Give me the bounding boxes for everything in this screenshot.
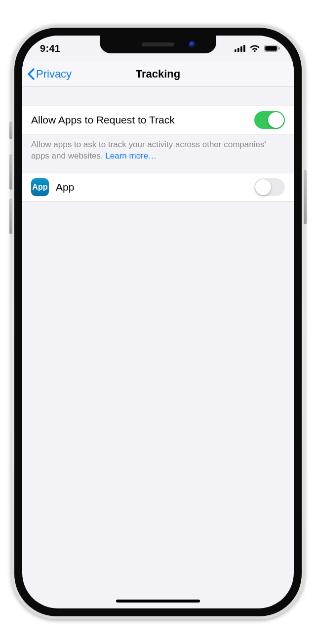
wifi-icon [249,44,260,52]
phone-device-frame: 9:41 [11,25,305,619]
app-tracking-toggle[interactable] [254,178,285,196]
svg-rect-3 [243,45,245,52]
screen: 9:41 [22,36,294,608]
allow-apps-to-request-cell: Allow Apps to Request to Track [22,106,294,134]
svg-rect-6 [278,47,279,50]
hardware-volume-up [9,154,12,190]
chevron-left-icon [27,68,35,80]
cellular-signal-icon [235,45,245,52]
toggle-knob [268,112,284,128]
svg-rect-0 [235,49,237,52]
hardware-mute-switch [9,121,12,139]
nav-bar: Privacy Tracking [22,61,294,87]
status-time: 9:41 [40,43,60,54]
earpiece-speaker [142,42,174,46]
learn-more-link[interactable]: Learn more… [105,151,157,161]
app-name-label: App [56,181,74,193]
back-button-label: Privacy [36,68,72,80]
hardware-volume-down [9,199,12,234]
svg-rect-5 [265,46,277,51]
app-icon-text: App [32,183,48,192]
svg-rect-2 [240,46,242,52]
back-button[interactable]: Privacy [27,61,72,86]
section-footer-note: Allow apps to ask to track your activity… [22,134,294,169]
battery-icon [264,45,280,52]
section-spacer [22,169,294,173]
app-icon: App [31,178,49,196]
section-spacer [22,87,294,106]
allow-apps-to-request-label: Allow Apps to Request to Track [31,114,175,126]
app-tracking-row: App App [22,173,294,201]
toggle-knob [255,179,271,195]
hardware-power-button [304,170,307,224]
svg-rect-1 [237,48,239,52]
display-notch [100,36,216,53]
status-icons [235,44,280,52]
home-indicator[interactable] [116,600,200,603]
allow-apps-to-request-toggle[interactable] [254,111,285,129]
page-title: Tracking [136,68,180,80]
front-camera [189,41,196,48]
